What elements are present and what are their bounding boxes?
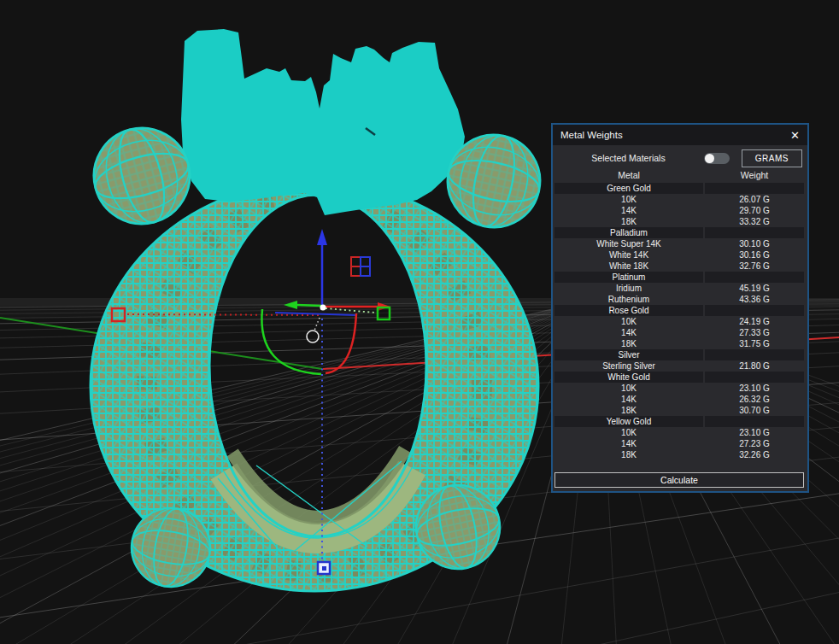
metal-cell: 10K [554, 383, 703, 394]
metal-cell: 10K [554, 427, 703, 438]
table-row: 10K24.19 G [554, 316, 804, 327]
weight-cell [705, 416, 804, 427]
metal-cell: White 18K [554, 261, 703, 272]
weight-cell [705, 305, 804, 316]
table-section-row: Palladium [554, 227, 804, 238]
gizmo-axis-y-shaft[interactable] [296, 305, 321, 306]
table-row: White 14K30.16 G [554, 249, 804, 261]
table-row: 18K31.75 G [554, 338, 804, 349]
table-row: 18K32.26 G [554, 449, 804, 460]
table-row: 18K33.32 G [554, 216, 804, 227]
table-section-row: Rose Gold [554, 305, 804, 316]
weights-table: Green Gold10K26.07 G14K29.70 G18K33.32 G… [554, 183, 804, 460]
metal-cell: Yellow Gold [554, 416, 703, 427]
weight-cell: 30.70 G [705, 405, 804, 416]
table-row: 10K26.07 G [554, 194, 804, 205]
gizmo-snap-square-blue[interactable] [318, 562, 330, 574]
metal-cell: White 14K [554, 249, 703, 261]
weight-cell: 27.33 G [705, 327, 804, 338]
gizmo-axis-z-arrow[interactable] [317, 229, 327, 245]
table-row: 10K23.10 G [554, 427, 804, 438]
table-section-row: Yellow Gold [554, 416, 804, 427]
weight-cell: 30.10 G [705, 238, 804, 249]
metal-cell: Green Gold [554, 183, 703, 194]
gizmo-snap-square-green[interactable] [378, 307, 390, 319]
table-row: White 18K32.76 G [554, 261, 804, 272]
metal-cell: 14K [554, 327, 703, 338]
weight-cell: 23.10 G [705, 383, 804, 394]
metal-cell: 14K [554, 205, 703, 216]
metal-cell: 14K [554, 394, 703, 405]
table-row: White Super 14K30.10 G [554, 238, 804, 249]
selected-materials-toggle[interactable] [704, 153, 730, 164]
weight-cell: 32.76 G [705, 261, 804, 272]
table-section-row: Silver [554, 349, 804, 360]
selected-materials-label: Selected Materials [553, 153, 666, 163]
weight-cell: 26.07 G [705, 194, 804, 205]
weight-cell [705, 272, 804, 283]
weight-cell: 21.80 G [705, 360, 804, 372]
table-row: 14K27.33 G [554, 327, 804, 338]
table-row: 10K23.10 G [554, 383, 804, 394]
metal-cell: 18K [554, 338, 703, 349]
table-row: 18K30.70 G [554, 405, 804, 416]
panel-controls-row: Selected Materials GRAMS [553, 149, 802, 167]
panel-titlebar[interactable]: Metal Weights ✕ [553, 125, 807, 145]
weight-cell [705, 227, 804, 238]
weight-cell: 31.75 G [705, 338, 804, 349]
metal-cell: 18K [554, 405, 703, 416]
metal-cell: 18K [554, 216, 703, 227]
metal-cell: 10K [554, 316, 703, 327]
weight-cell: 45.19 G [705, 283, 804, 294]
weight-cell [705, 183, 804, 194]
unit-grams-button[interactable]: GRAMS [742, 149, 802, 167]
gizmo-plane-handle-icon[interactable] [351, 257, 370, 276]
ring-top-ornament[interactable] [181, 29, 465, 215]
weight-cell: 43.36 G [705, 294, 804, 305]
weight-cell: 23.10 G [705, 427, 804, 438]
metal-cell: Iridium [554, 283, 703, 294]
metal-cell: 18K [554, 449, 703, 460]
weight-cell: 29.70 G [705, 205, 804, 216]
metal-cell: Silver [554, 349, 703, 360]
column-header-metal: Metal [554, 170, 703, 181]
metal-weights-panel: Metal Weights ✕ Selected Materials GRAMS… [551, 123, 809, 493]
metal-cell: 10K [554, 194, 703, 205]
weight-cell: 30.16 G [705, 249, 804, 261]
metal-cell: Rose Gold [554, 305, 703, 316]
table-row: Ruthenium43.36 G [554, 294, 804, 305]
metal-cell: Palladium [554, 227, 703, 238]
weight-cell: 33.32 G [705, 216, 804, 227]
close-icon[interactable]: ✕ [790, 130, 800, 141]
weight-cell: 32.26 G [705, 449, 804, 460]
table-row: Iridium45.19 G [554, 283, 804, 294]
table-section-row: Platinum [554, 272, 804, 283]
metal-cell: Ruthenium [554, 294, 703, 305]
table-section-row: White Gold [554, 372, 804, 383]
metal-cell: 14K [554, 438, 703, 449]
toggle-knob [705, 154, 714, 163]
weight-cell [705, 349, 804, 360]
table-column-headers: Metal Weight [554, 170, 804, 181]
weight-cell: 27.23 G [705, 438, 804, 449]
weight-cell: 24.19 G [705, 316, 804, 327]
metal-cell: Platinum [554, 272, 703, 283]
gizmo-center-handle[interactable] [320, 305, 326, 311]
table-row: 14K27.23 G [554, 438, 804, 449]
calculate-button[interactable]: Calculate [554, 472, 804, 488]
table-section-row: Green Gold [554, 183, 804, 194]
table-row: Sterling Silver21.80 G [554, 360, 804, 372]
weight-cell [705, 372, 804, 383]
weight-cell: 26.32 G [705, 394, 804, 405]
table-row: 14K26.32 G [554, 394, 804, 405]
panel-title: Metal Weights [560, 130, 623, 140]
metal-cell: Sterling Silver [554, 360, 703, 372]
column-header-weight: Weight [705, 170, 804, 181]
cad-application-window: Metal Weights ✕ Selected Materials GRAMS… [0, 0, 839, 644]
table-row: 14K29.70 G [554, 205, 804, 216]
metal-cell: White Super 14K [554, 238, 703, 249]
metal-cell: White Gold [554, 372, 703, 383]
gizmo-circle-handle[interactable] [307, 331, 319, 342]
